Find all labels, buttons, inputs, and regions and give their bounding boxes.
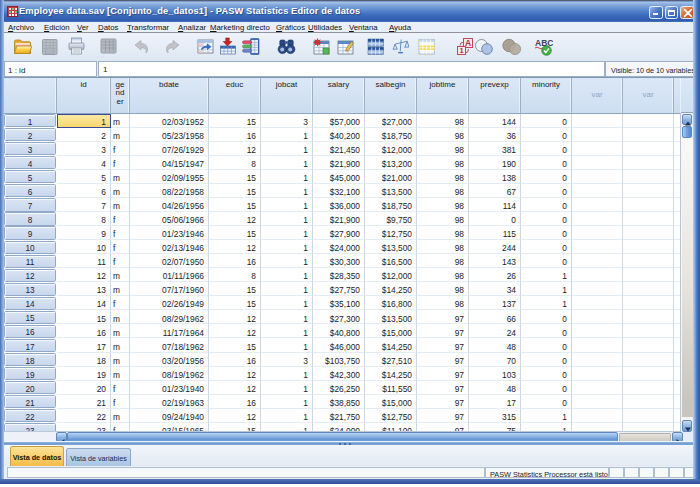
svg-text:1: 1 <box>459 46 463 55</box>
